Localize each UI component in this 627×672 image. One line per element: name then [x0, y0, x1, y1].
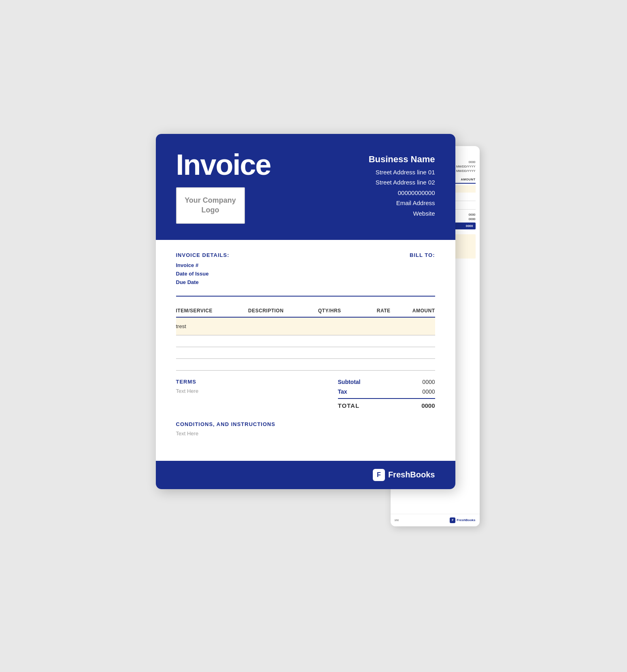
address-line2: Street Address line 02 — [369, 177, 435, 188]
details-right: BILL TO: — [306, 252, 435, 258]
freshbooks-logo: F FreshBooks — [373, 469, 435, 481]
fb-icon-letter: F — [377, 471, 381, 479]
details-row: INVOICE DETAILS: Invoice # Date of Issue… — [176, 252, 435, 288]
items-table: ITEM/SERVICE DESCRIPTION QTY/HRS RATE AM… — [176, 305, 435, 371]
bill-to-label: BILL TO: — [306, 252, 435, 258]
back-total-value: 0000 — [466, 224, 473, 228]
col-qty: QTY/HRS — [318, 305, 363, 317]
invoice-footer-content: TERMS Text Here Subtotal 0000 Tax 0000 T… — [176, 379, 435, 409]
invoice-details-label: INVOICE DETAILS: — [176, 252, 306, 258]
item-desc-4 — [248, 358, 318, 370]
back-date-issue-value: MM/DD/YYYY — [456, 165, 476, 168]
logo-placeholder-text: Your Company Logo — [177, 196, 244, 215]
item-amount-2 — [391, 335, 435, 347]
details-left: INVOICE DETAILS: Invoice # Date of Issue… — [176, 252, 306, 288]
item-name-3 — [176, 347, 249, 358]
subtotal-label: Subtotal — [338, 379, 361, 385]
item-qty-4 — [318, 358, 363, 370]
date-of-issue-label: Date of Issue — [176, 271, 306, 277]
item-rate-4 — [363, 358, 391, 370]
col-amount: AMOUNT — [391, 305, 435, 317]
totals-section: Subtotal 0000 Tax 0000 TOTAL 0000 — [338, 379, 435, 409]
tax-label: Tax — [338, 388, 347, 395]
back-invoice-number-value: 0000 — [469, 160, 476, 164]
invoice-number-label: Invoice # — [176, 262, 306, 268]
header-left: Invoice Your Company Logo — [176, 150, 271, 224]
table-row — [176, 347, 435, 358]
terms-text: Text Here — [176, 388, 322, 394]
item-rate-1 — [363, 317, 391, 335]
conditions-section: CONDITIONS, AND INSTRUCTIONS Text Here — [176, 421, 435, 437]
back-tax-value: 0000 — [469, 217, 476, 221]
phone: 00000000000 — [369, 188, 435, 198]
address-line1: Street Address line 01 — [369, 167, 435, 178]
back-freshbooks-name: FreshBooks — [457, 518, 475, 522]
due-date-label: Due Date — [176, 279, 306, 285]
back-website-label: site — [395, 519, 399, 521]
back-fb-icon: F — [450, 517, 455, 523]
back-fb-icon-letter: F — [452, 519, 453, 521]
item-name-4 — [176, 358, 249, 370]
invoice-title: Invoice — [176, 150, 271, 179]
totals-divider — [338, 398, 435, 399]
back-due-date-value: MM/DD/YYYY — [456, 169, 476, 173]
business-name: Business Name — [369, 154, 435, 165]
terms-section: TERMS Text Here — [176, 379, 338, 394]
item-amount-4 — [391, 358, 435, 370]
back-freshbooks-logo: F FreshBooks — [450, 517, 475, 523]
header-right: Business Name Street Address line 01 Str… — [369, 150, 435, 219]
table-row — [176, 358, 435, 370]
tax-value: 0000 — [422, 388, 435, 395]
item-qty-1 — [318, 317, 363, 335]
fb-icon: F — [373, 469, 385, 481]
table-header-row: ITEM/SERVICE DESCRIPTION QTY/HRS RATE AM… — [176, 305, 435, 317]
total-value: 0000 — [421, 402, 435, 409]
invoice-body: INVOICE DETAILS: Invoice # Date of Issue… — [156, 240, 455, 461]
details-divider — [176, 296, 435, 297]
item-rate-2 — [363, 335, 391, 347]
item-amount-1 — [391, 317, 435, 335]
item-desc-1 — [248, 317, 318, 335]
item-desc-2 — [248, 335, 318, 347]
col-item-service: ITEM/SERVICE — [176, 305, 249, 317]
invoice-header: Invoice Your Company Logo Business Name … — [156, 134, 455, 240]
email: Email Address — [369, 198, 435, 208]
item-rate-3 — [363, 347, 391, 358]
subtotal-row: Subtotal 0000 — [338, 379, 435, 385]
total-label: TOTAL — [338, 402, 360, 409]
freshbooks-name: FreshBooks — [388, 470, 435, 479]
logo-box: Your Company Logo — [176, 187, 245, 224]
back-footer: site F FreshBooks — [391, 514, 480, 526]
terms-label: TERMS — [176, 379, 322, 385]
col-rate: RATE — [363, 305, 391, 317]
item-qty-2 — [318, 335, 363, 347]
back-subtotal-value: 0000 — [469, 213, 476, 216]
website: Website — [369, 208, 435, 219]
total-final-row: TOTAL 0000 — [338, 402, 435, 409]
invoice-front: Invoice Your Company Logo Business Name … — [156, 134, 455, 489]
invoice-bottom-footer: F FreshBooks — [156, 461, 455, 489]
back-amount-header: AMOUNT — [461, 178, 476, 181]
table-row: trest — [176, 317, 435, 335]
conditions-text: Text Here — [176, 430, 435, 437]
item-name-1: trest — [176, 317, 249, 335]
col-description: DESCRIPTION — [248, 305, 318, 317]
invoice-scene: INVOICE DETAILS: Invoice # 0000 Date of … — [156, 134, 472, 538]
item-qty-3 — [318, 347, 363, 358]
item-amount-3 — [391, 347, 435, 358]
table-row — [176, 335, 435, 347]
item-name-2 — [176, 335, 249, 347]
item-desc-3 — [248, 347, 318, 358]
subtotal-value: 0000 — [422, 379, 435, 385]
tax-row: Tax 0000 — [338, 388, 435, 395]
conditions-label: CONDITIONS, AND INSTRUCTIONS — [176, 421, 435, 427]
